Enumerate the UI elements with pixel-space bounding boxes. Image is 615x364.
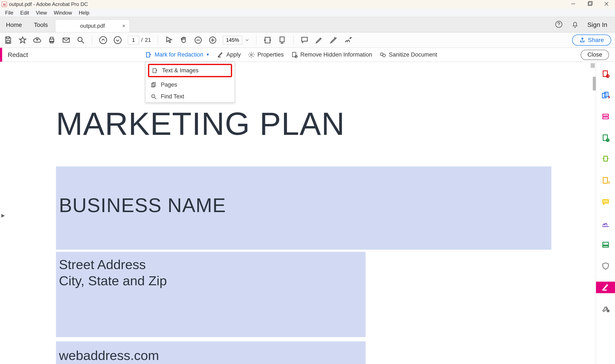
fit-page-icon[interactable] (278, 36, 286, 44)
print-icon[interactable] (47, 36, 56, 44)
dropdown-find-text[interactable]: T Find Text (146, 91, 235, 103)
remove-hidden-button[interactable]: Remove Hidden Information (291, 52, 372, 58)
tab-document[interactable]: output.pdf × (55, 19, 130, 32)
mark-for-redaction-button[interactable]: Mark for Redaction ▼ (145, 52, 210, 58)
rail-comment[interactable] (596, 196, 615, 208)
rail-prepare-form[interactable] (596, 239, 615, 250)
chevron-down-icon: ▼ (206, 52, 210, 57)
svg-rect-1 (588, 2, 591, 6)
svg-point-27 (251, 54, 252, 56)
rail-organize-pages[interactable] (596, 154, 615, 165)
window-close-button[interactable] (603, 1, 609, 8)
share-button[interactable]: Share (572, 35, 611, 46)
menu-help[interactable]: Help (76, 9, 92, 17)
zoom-dropdown-icon[interactable] (245, 38, 249, 42)
rail-protect[interactable] (596, 260, 615, 272)
rail-edit-pdf[interactable] (596, 111, 615, 122)
svg-rect-33 (153, 68, 156, 73)
fit-width-icon[interactable] (263, 36, 272, 44)
vertical-scrollbar[interactable] (591, 63, 595, 68)
menu-view[interactable]: View (33, 9, 50, 17)
svg-rect-50 (603, 178, 607, 183)
bell-icon[interactable] (571, 21, 579, 29)
redact-title: Redact (8, 51, 28, 58)
tab-home[interactable]: Home (0, 18, 28, 32)
apply-icon (217, 52, 224, 58)
svg-rect-55 (602, 289, 607, 291)
window-minimize-button[interactable] (570, 1, 576, 8)
help-icon[interactable] (555, 21, 563, 29)
rail-export-pdf[interactable] (596, 132, 615, 144)
svg-rect-26 (218, 57, 221, 57)
freehand-highlight-icon[interactable] (329, 36, 338, 44)
zoom-value[interactable]: 145% (223, 36, 242, 44)
rail-send-comments[interactable] (596, 175, 615, 186)
search-icon[interactable] (77, 36, 85, 44)
svg-line-14 (82, 41, 84, 43)
apply-redaction-button[interactable]: Apply (217, 52, 241, 58)
page-up-icon[interactable] (99, 36, 107, 44)
rail-more-tools[interactable] (596, 303, 615, 314)
rail-combine-files[interactable] (596, 90, 615, 101)
dropdown-pages[interactable]: Pages (146, 79, 235, 91)
rail-fill-sign[interactable] (596, 218, 615, 229)
window-title: output.pdf - Adobe Acrobat Pro DC (9, 1, 88, 7)
share-label: Share (588, 37, 604, 43)
svg-rect-10 (50, 37, 53, 39)
pointer-icon[interactable] (165, 36, 174, 44)
right-panel-collapse-handle[interactable] (593, 77, 596, 91)
sanitize-document-button[interactable]: Sanitize Document (379, 52, 437, 58)
business-name-box: BUSINESS NAME (56, 166, 551, 250)
apply-label: Apply (226, 52, 241, 58)
tab-close-button[interactable]: × (122, 23, 125, 29)
page-current-input[interactable] (128, 36, 139, 44)
mark-redaction-dropdown: Text & Images Pages T Find Text (145, 62, 235, 103)
save-icon[interactable] (4, 36, 12, 44)
rail-redact[interactable] (596, 282, 615, 293)
sanitize-label: Sanitize Document (389, 52, 437, 58)
signature-icon[interactable] (344, 36, 352, 44)
pages-icon (150, 82, 157, 88)
tab-document-label: output.pdf (80, 23, 105, 29)
svg-rect-46 (603, 117, 608, 119)
document-viewport[interactable]: ▶ MARKETING PLAN BUSINESS NAME Street Ad… (0, 62, 596, 364)
web-box: webaddress.com (56, 341, 366, 364)
zoom-in-icon[interactable] (208, 36, 217, 44)
find-text-icon: T (150, 93, 157, 100)
dd-find-label: Find Text (161, 93, 184, 100)
mail-icon[interactable] (62, 36, 70, 44)
comment-icon[interactable] (300, 36, 309, 44)
rail-create-pdf[interactable] (596, 68, 615, 80)
redaction-properties-button[interactable]: Properties (248, 52, 284, 58)
highlight-icon[interactable] (315, 36, 323, 44)
sign-in-button[interactable]: Sign In (588, 21, 607, 28)
page-number-box: / 21 (128, 36, 151, 44)
zoom-out-icon[interactable] (194, 36, 202, 44)
web-text: webaddress.com (59, 348, 159, 363)
menu-file[interactable]: File (2, 9, 16, 17)
address-line2: City, State and Zip (59, 273, 167, 288)
tab-tools[interactable]: Tools (28, 18, 54, 32)
cloud-upload-icon[interactable] (33, 36, 41, 44)
window-maximize-button[interactable] (587, 1, 593, 8)
svg-rect-25 (146, 52, 150, 57)
star-icon[interactable] (18, 36, 27, 44)
svg-rect-45 (603, 114, 608, 116)
toolbar-separator (293, 36, 294, 45)
business-name-text: BUSINESS NAME (59, 194, 226, 217)
main-toolbar: / 21 145% Share (0, 32, 615, 48)
dd-pages-label: Pages (161, 81, 177, 88)
properties-label: Properties (257, 52, 284, 58)
mark-redaction-label: Mark for Redaction (155, 52, 203, 58)
redact-accent (0, 48, 2, 62)
svg-rect-52 (603, 242, 608, 245)
page-down-icon[interactable] (113, 36, 122, 44)
redact-close-button[interactable]: Close (581, 50, 609, 60)
hand-icon[interactable] (179, 36, 188, 44)
svg-line-37 (155, 97, 156, 99)
left-panel-expander[interactable]: ▶ (1, 211, 5, 220)
dropdown-text-images[interactable]: Text & Images (149, 65, 231, 76)
menu-window[interactable]: Window (51, 9, 75, 17)
menu-edit[interactable]: Edit (17, 9, 32, 17)
annotation-highlight: Text & Images (148, 64, 232, 77)
